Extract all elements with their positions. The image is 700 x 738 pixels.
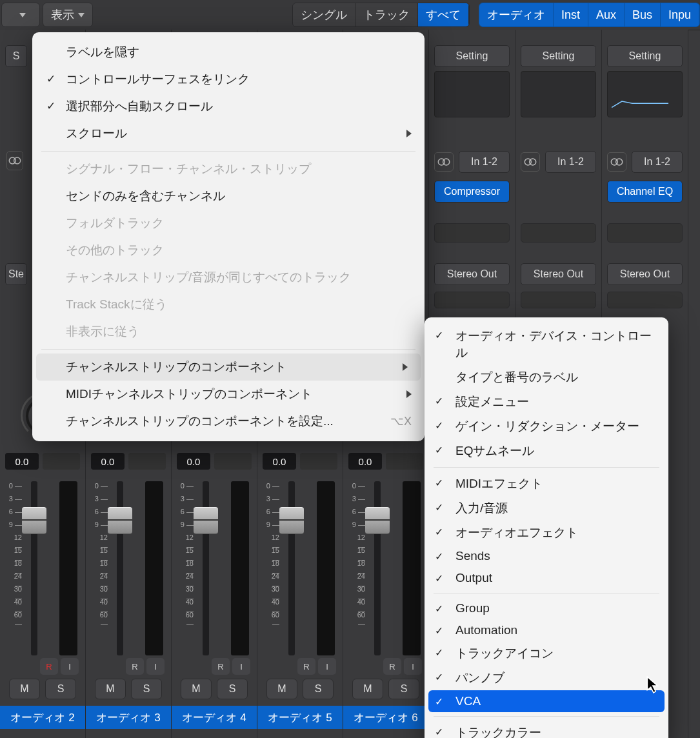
stereo-icon[interactable] — [607, 152, 626, 172]
submenu-item[interactable]: ✓VCA — [428, 690, 665, 712]
menu-item-label: ラベルを隠す — [66, 44, 139, 61]
empty-slot[interactable] — [607, 223, 683, 243]
submenu-item[interactable]: ✓MIDIエフェクト — [425, 472, 668, 496]
menu-item[interactable]: チャンネルストリップのコンポーネントを設定...⌥X — [32, 408, 425, 435]
input-monitor-button[interactable]: I — [318, 658, 336, 675]
record-enable-button[interactable]: R — [212, 658, 230, 675]
fader-cap[interactable] — [108, 507, 132, 534]
menu-item: その他のトラック — [32, 237, 425, 264]
submenu-item[interactable]: ✓ゲイン・リダクション・メーター — [425, 414, 668, 439]
output-slot[interactable]: Stereo Out — [521, 263, 596, 285]
solo-button[interactable]: S — [388, 679, 419, 699]
fader-cap[interactable] — [279, 507, 304, 534]
menu-item[interactable]: ✓コントロールサーフェスをリンク — [32, 66, 425, 93]
submenu-item[interactable]: ✓パンノブ — [425, 666, 668, 690]
input-monitor-button[interactable]: I — [232, 658, 250, 675]
filter-tab-トラック[interactable]: トラック — [355, 3, 418, 26]
menu-item[interactable]: スクロール — [32, 120, 425, 147]
input-slot[interactable]: In 1-2 — [545, 151, 596, 173]
empty-slot[interactable] — [521, 223, 596, 243]
record-enable-button[interactable]: R — [40, 658, 58, 675]
submenu-item[interactable]: ✓Sends — [425, 545, 668, 567]
mute-button[interactable]: M — [181, 679, 212, 699]
setting-button[interactable]: Setting — [607, 45, 683, 67]
fader-ruler: 0 —3 —6 —9 —12 —15 —18 —24 —30 —40 —60 — — [263, 481, 282, 623]
track-name-label[interactable]: オーディオ 5 — [257, 706, 343, 729]
submenu-item[interactable]: ✓Output — [425, 567, 668, 589]
submenu-item[interactable]: ✓オーディオ・デバイス・コントロール — [425, 324, 668, 365]
empty-slot[interactable] — [607, 292, 683, 308]
submenu-item[interactable]: ✓トラックアイコン — [425, 641, 668, 666]
eq-thumbnail[interactable] — [521, 71, 596, 117]
submenu-item[interactable]: ✓EQサムネール — [425, 439, 668, 463]
input-monitor-button[interactable]: I — [146, 658, 165, 675]
type-tab-Inst[interactable]: Inst — [554, 3, 588, 26]
menu-item[interactable]: センドのみを含むチャンネル — [32, 183, 425, 210]
setting-button[interactable]: S — [5, 45, 27, 67]
fader-cap[interactable] — [22, 507, 46, 534]
track-name-label[interactable]: オーディオ 2 — [0, 706, 85, 729]
input-monitor-button[interactable]: I — [404, 658, 422, 675]
type-tab-Inpu[interactable]: Inpu — [661, 3, 699, 26]
input-monitor-button[interactable]: I — [61, 658, 79, 675]
view-menu-button[interactable]: 表示 — [43, 3, 93, 27]
output-slot[interactable]: Ste — [5, 263, 27, 285]
submenu-item[interactable]: ✓Automation — [425, 619, 668, 641]
solo-button[interactable]: S — [131, 679, 162, 699]
empty-slot[interactable] — [434, 292, 510, 308]
filter-tabs-center: シングルトラックすべて — [292, 3, 470, 27]
solo-button[interactable]: S — [45, 679, 76, 699]
filter-tab-シングル[interactable]: シングル — [293, 3, 355, 26]
setting-button[interactable]: Setting — [521, 45, 596, 67]
menu-item[interactable]: MIDIチャンネルストリップのコンポーネント — [32, 381, 425, 408]
record-enable-button[interactable]: R — [383, 658, 401, 675]
stereo-icon[interactable] — [434, 152, 454, 172]
type-tab-Aux[interactable]: Aux — [588, 3, 625, 26]
submenu-item[interactable]: ✓Group — [425, 597, 668, 619]
mute-button[interactable]: M — [95, 679, 126, 699]
empty-slot[interactable] — [434, 223, 510, 243]
fader-cap[interactable] — [365, 507, 390, 534]
menu-item[interactable]: ラベルを隠す — [32, 39, 425, 66]
submenu-item[interactable]: ✓オーディオエフェクト — [425, 521, 668, 545]
setting-button[interactable]: Setting — [434, 45, 510, 67]
input-slot[interactable]: In 1-2 — [632, 151, 683, 173]
insert-slot[interactable]: Channel EQ — [607, 181, 683, 203]
stereo-icon[interactable] — [521, 152, 540, 172]
filter-tab-すべて[interactable]: すべて — [418, 3, 469, 26]
record-enable-button[interactable]: R — [297, 658, 315, 675]
mute-button[interactable]: M — [352, 679, 383, 699]
output-slot[interactable]: Stereo Out — [434, 263, 510, 285]
output-slot[interactable]: Stereo Out — [607, 263, 683, 285]
type-tab-オーディオ[interactable]: オーディオ — [479, 3, 554, 26]
stereo-icon[interactable] — [6, 151, 23, 170]
track-name-label[interactable]: オーディオ 4 — [172, 706, 257, 729]
solo-button[interactable]: S — [217, 679, 248, 699]
insert-slot[interactable]: Compressor — [434, 181, 510, 203]
solo-button[interactable]: S — [303, 679, 334, 699]
fader-cap[interactable] — [194, 507, 218, 534]
components-submenu: ✓オーディオ・デバイス・コントロールタイプと番号のラベル✓設定メニュー✓ゲイン・… — [425, 317, 668, 738]
eq-thumbnail[interactable] — [607, 71, 683, 117]
track-name-label[interactable]: オーディオ 3 — [86, 706, 171, 729]
mute-button[interactable]: M — [266, 679, 297, 699]
track-name-label[interactable]: オーディオ 6 — [343, 706, 428, 729]
submenu-item[interactable]: ✓入力/音源 — [425, 496, 668, 521]
eq-thumbnail[interactable] — [434, 71, 510, 117]
submenu-item[interactable]: タイプと番号のラベル — [425, 365, 668, 390]
record-enable-button[interactable]: R — [126, 658, 144, 675]
toolbar-dropdown-left[interactable] — [1, 3, 40, 27]
submenu-item-label: ゲイン・リダクション・メーター — [455, 419, 639, 433]
fader-ruler: 0 —3 —6 —9 —12 —15 —18 —24 —30 —40 —60 — — [348, 481, 368, 623]
peak-level-box — [300, 453, 337, 470]
submenu-item[interactable]: ✓トラックカラー — [425, 721, 668, 738]
menu-item[interactable]: ✓選択部分へ自動スクロール — [32, 93, 425, 120]
submenu-item[interactable]: ✓設定メニュー — [425, 390, 668, 414]
checkmark-icon: ✓ — [435, 624, 443, 637]
empty-slot[interactable] — [521, 292, 596, 308]
input-slot[interactable]: In 1-2 — [459, 151, 510, 173]
menu-item[interactable]: チャンネルストリップのコンポーネント — [36, 354, 421, 381]
mute-button[interactable]: M — [9, 679, 40, 699]
type-tab-Bus[interactable]: Bus — [625, 3, 661, 26]
checkmark-icon: ✓ — [435, 572, 443, 584]
